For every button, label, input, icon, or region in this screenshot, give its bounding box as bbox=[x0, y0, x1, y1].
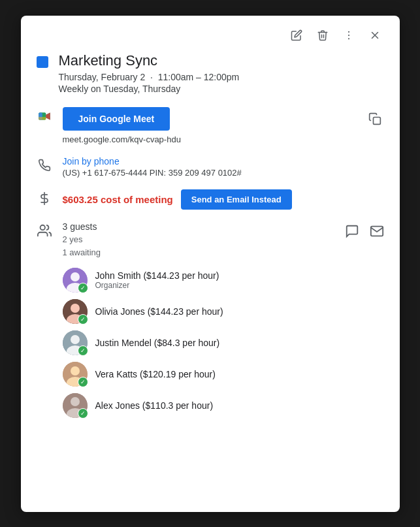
avatar-wrap: ✓ bbox=[63, 268, 88, 293]
svg-point-24 bbox=[71, 366, 80, 375]
phone-icon bbox=[37, 157, 52, 173]
guests-section: 3 guests 2 yes 1 awaiting bbox=[37, 221, 384, 261]
chat-icon[interactable] bbox=[345, 224, 359, 242]
phone-content: Join by phone (US) +1 617-675-4444 PIN: … bbox=[63, 156, 384, 178]
meet-section: Join Google Meet meet.google.com/kqv-cva… bbox=[37, 107, 384, 144]
event-header: Marketing Sync Thursday, February 2 · 11… bbox=[37, 52, 384, 94]
guest-role: Organizer bbox=[95, 281, 384, 290]
guest-info: Justin Mendel ($84.3 per hour) bbox=[95, 338, 384, 348]
guests-info: 3 guests 2 yes 1 awaiting bbox=[63, 221, 334, 261]
meet-row: Join Google Meet bbox=[63, 107, 384, 135]
cost-row: $603.25 cost of meeting Send an Email In… bbox=[63, 189, 384, 210]
svg-point-2 bbox=[347, 38, 349, 39]
join-by-phone-link[interactable]: Join by phone bbox=[63, 156, 384, 167]
avatar-wrap: ✓ bbox=[63, 362, 88, 387]
event-datetime: Thursday, February 2 · 11:00am – 12:00pm bbox=[59, 72, 240, 82]
event-details: Marketing Sync Thursday, February 2 · 11… bbox=[59, 52, 240, 94]
meet-content: Join Google Meet meet.google.com/kqv-cva… bbox=[63, 107, 384, 144]
join-meet-button[interactable]: Join Google Meet bbox=[63, 107, 170, 131]
svg-point-27 bbox=[71, 397, 80, 406]
guest-info: Alex Jones ($110.3 per hour) bbox=[95, 400, 384, 411]
guest-item: ✓ Olivia Jones ($144.23 per hour) bbox=[63, 299, 384, 324]
svg-point-15 bbox=[71, 272, 80, 281]
guest-info: Vera Katts ($120.19 per hour) bbox=[95, 369, 384, 379]
phone-number: (US) +1 617-675-4444 PIN: 359 209 497 01… bbox=[63, 168, 384, 178]
event-color-dot bbox=[37, 56, 48, 68]
rsvp-check: ✓ bbox=[78, 345, 88, 356]
copy-icon[interactable] bbox=[366, 110, 384, 131]
guest-item: ✓ John Smith ($144.23 per hour) Organize… bbox=[63, 268, 384, 293]
avatar-wrap: ✓ bbox=[63, 299, 88, 324]
guests-icon bbox=[37, 223, 52, 238]
rsvp-check: ✓ bbox=[78, 283, 88, 293]
edit-icon[interactable] bbox=[287, 26, 306, 44]
toolbar bbox=[37, 26, 384, 44]
cost-icon bbox=[37, 191, 52, 206]
svg-rect-10 bbox=[39, 117, 46, 120]
rsvp-check: ✓ bbox=[78, 314, 88, 325]
guest-list: ✓ John Smith ($144.23 per hour) Organize… bbox=[63, 268, 384, 418]
avatar-wrap: ✓ bbox=[63, 330, 88, 355]
send-email-button[interactable]: Send an Email Instead bbox=[181, 189, 292, 210]
guests-count: 3 guests bbox=[63, 221, 334, 232]
guest-name: John Smith ($144.23 per hour) bbox=[95, 270, 384, 281]
guest-item: ✓ Vera Katts ($120.19 per hour) bbox=[63, 362, 384, 387]
guest-info: John Smith ($144.23 per hour) Organizer bbox=[95, 270, 384, 290]
close-icon[interactable] bbox=[366, 26, 384, 44]
email-guests-icon[interactable] bbox=[370, 224, 384, 242]
guest-name: Olivia Jones ($144.23 per hour) bbox=[95, 306, 384, 317]
cost-text: $603.25 cost of meeting bbox=[63, 194, 173, 205]
rsvp-check: ✓ bbox=[78, 377, 88, 387]
avatar-wrap: ✓ bbox=[63, 393, 88, 418]
svg-point-1 bbox=[347, 34, 349, 35]
svg-point-0 bbox=[347, 31, 349, 32]
meet-link: meet.google.com/kqv-cvap-hdu bbox=[63, 135, 384, 144]
more-options-icon[interactable] bbox=[340, 26, 358, 44]
guests-status: 2 yes 1 awaiting bbox=[63, 233, 334, 261]
guest-info: Olivia Jones ($144.23 per hour) bbox=[95, 306, 384, 317]
svg-point-21 bbox=[71, 335, 80, 344]
guest-item: ✓ Justin Mendel ($84.3 per hour) bbox=[63, 330, 384, 355]
svg-point-18 bbox=[71, 304, 80, 313]
guest-name: Alex Jones ($110.3 per hour) bbox=[95, 400, 384, 411]
guest-name: Vera Katts ($120.19 per hour) bbox=[95, 369, 384, 379]
event-title: Marketing Sync bbox=[59, 52, 240, 69]
guest-name: Justin Mendel ($84.3 per hour) bbox=[95, 338, 384, 348]
rsvp-check: ✓ bbox=[78, 408, 88, 419]
guests-actions bbox=[345, 224, 384, 242]
event-recurrence: Weekly on Tuesday, Thursday bbox=[59, 84, 240, 94]
cost-content: $603.25 cost of meeting Send an Email In… bbox=[63, 189, 384, 210]
cost-section: $603.25 cost of meeting Send an Email In… bbox=[37, 189, 384, 210]
svg-marker-9 bbox=[46, 112, 50, 120]
phone-section: Join by phone (US) +1 617-675-4444 PIN: … bbox=[37, 156, 384, 178]
svg-point-13 bbox=[40, 225, 44, 229]
svg-rect-11 bbox=[373, 118, 380, 125]
event-card: Marketing Sync Thursday, February 2 · 11… bbox=[21, 16, 400, 512]
guest-item: ✓ Alex Jones ($110.3 per hour) bbox=[63, 393, 384, 418]
google-meet-icon bbox=[37, 108, 52, 124]
delete-icon[interactable] bbox=[314, 26, 332, 44]
